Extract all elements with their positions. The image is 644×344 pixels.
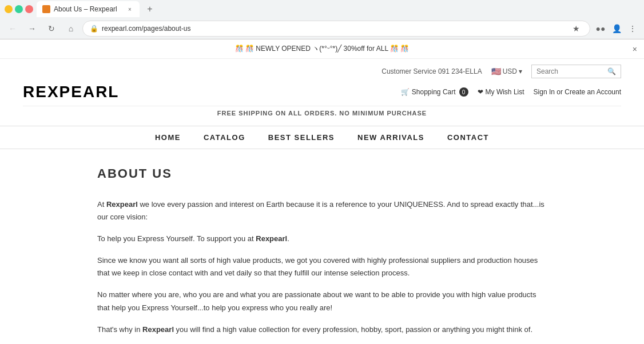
paragraph-1: At Rexpearl we love every passion and in…: [97, 198, 547, 223]
url-bar[interactable]: 🔒 rexpearl.com/pages/about-us ★: [82, 21, 590, 37]
search-icon[interactable]: 🔍: [607, 67, 616, 75]
site-logo[interactable]: REXPEARL: [23, 83, 119, 101]
wishlist-label: My Wish List: [486, 88, 524, 96]
brand-ref-3: Rexpearl: [142, 325, 174, 334]
reload-button[interactable]: ↻: [43, 21, 59, 37]
back-button[interactable]: ←: [5, 21, 21, 37]
search-box[interactable]: 🔍: [531, 65, 621, 78]
heart-icon: ❤: [478, 88, 483, 96]
lock-icon: 🔒: [90, 25, 98, 33]
browser-chrome: About Us – Rexpearl × + ← → ↻ ⌂ 🔒 rexpea…: [0, 0, 644, 39]
tab-title: About Us – Rexpearl: [54, 5, 122, 13]
flag-icon: 🇺🇸: [491, 67, 501, 76]
paragraph-2: To help you Express Yourself. To support…: [97, 233, 547, 245]
currency-chevron-icon: ▾: [519, 67, 522, 75]
search-input[interactable]: [536, 67, 605, 75]
header-middle: REXPEARL 🛒 Shopping Cart 0 ❤ My Wish Lis…: [23, 83, 621, 101]
minimize-button[interactable]: [5, 5, 13, 13]
browser-titlebar: About Us – Rexpearl × +: [0, 0, 644, 18]
extensions-icon[interactable]: ●●: [594, 22, 607, 35]
profile-icon[interactable]: 👤: [610, 22, 623, 35]
nav-item-best-sellers[interactable]: BEST SELLERS: [268, 133, 335, 142]
cart-label: Shopping Cart: [412, 88, 456, 96]
main-nav: HOME CATALOG BEST SELLERS NEW ARRIVALS C…: [0, 126, 644, 149]
paragraph-4: No matter where you are, who you are and…: [97, 289, 547, 314]
browser-nav: ← → ↻ ⌂ 🔒 rexpearl.com/pages/about-us ★ …: [0, 18, 644, 39]
browser-ext-icons: ●● 👤 ⋮: [594, 22, 639, 35]
announcement-close-button[interactable]: ×: [633, 45, 637, 54]
header-actions: 🛒 Shopping Cart 0 ❤ My Wish List Sign In…: [401, 87, 621, 97]
shipping-text: FREE SHIPPING ON ALL ORDERS. NO MINIMUM …: [217, 110, 427, 117]
paragraph-3: Since we know you want all sorts of high…: [97, 254, 547, 279]
content-body: At Rexpearl we love every passion and in…: [97, 198, 547, 344]
account-label: Sign In or Create an Account: [534, 88, 621, 96]
announcement-text: 🎊 🎊 NEWLY OPENED ヽ(*°ᵕ°*)╱ 30%off for AL…: [235, 44, 410, 54]
tab-favicon: [42, 5, 50, 13]
star-icon[interactable]: ★: [569, 22, 583, 35]
menu-icon[interactable]: ⋮: [626, 22, 639, 35]
url-text: rexpearl.com/pages/about-us: [102, 25, 566, 33]
currency-selector[interactable]: 🇺🇸 USD ▾: [491, 67, 522, 76]
window-controls: [5, 5, 33, 13]
forward-button[interactable]: →: [24, 21, 40, 37]
nav-item-contact[interactable]: CONTACT: [447, 133, 489, 142]
shipping-bar: FREE SHIPPING ON ALL ORDERS. NO MINIMUM …: [23, 106, 621, 120]
browser-tab[interactable]: About Us – Rexpearl ×: [37, 1, 140, 17]
account-button[interactable]: Sign In or Create an Account: [534, 88, 621, 96]
announcement-bar: 🎊 🎊 NEWLY OPENED ヽ(*°ᵕ°*)╱ 30%off for AL…: [0, 39, 644, 59]
brand-ref-2: Rexpearl: [256, 234, 287, 243]
close-window-button[interactable]: [25, 5, 33, 13]
nav-item-new-arrivals[interactable]: NEW ARRIVALS: [357, 133, 424, 142]
brand-ref-1: Rexpearl: [106, 200, 138, 209]
header-top: Customer Service 091 234-ELLA 🇺🇸 USD ▾ 🔍: [23, 65, 621, 78]
wishlist-button[interactable]: ❤ My Wish List: [478, 88, 524, 96]
maximize-button[interactable]: [15, 5, 23, 13]
nav-item-catalog[interactable]: CATALOG: [204, 133, 245, 142]
paragraph-5: That's why in Rexpearl you will find a h…: [97, 323, 547, 336]
home-button[interactable]: ⌂: [63, 21, 79, 37]
nav-item-home[interactable]: HOME: [155, 133, 181, 142]
page-title: ABOUT US: [97, 166, 547, 181]
customer-service-text: Customer Service 091 234-ELLA: [381, 67, 482, 75]
currency-label: USD: [503, 67, 517, 75]
main-content: ABOUT US At Rexpearl we love every passi…: [0, 149, 644, 344]
new-tab-button[interactable]: +: [143, 2, 157, 16]
cart-icon: 🛒: [401, 88, 410, 96]
cart-count-badge: 0: [459, 87, 468, 97]
svg-rect-0: [43, 6, 49, 12]
tab-close-button[interactable]: ×: [126, 5, 134, 13]
site-header: Customer Service 091 234-ELLA 🇺🇸 USD ▾ 🔍…: [0, 59, 644, 126]
cart-button[interactable]: 🛒 Shopping Cart 0: [401, 87, 468, 97]
